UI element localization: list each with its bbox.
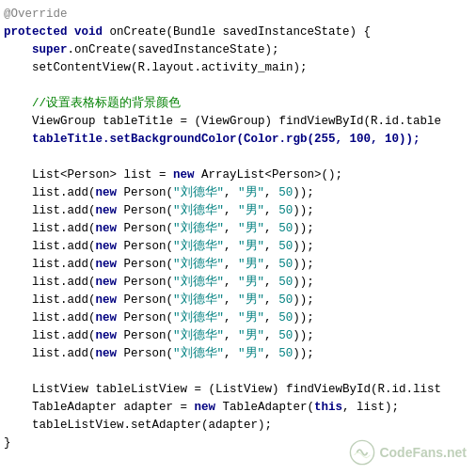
- code-line: [4, 363, 472, 381]
- code-line: super.onCreate(savedInstanceState);: [4, 41, 472, 59]
- code-line: list.add(new Person("刘德华", "男", 50));: [4, 256, 472, 274]
- code-line: tableTitle.setBackgroundColor(Color.rgb(…: [4, 131, 472, 149]
- code-line: tableListView.setAdapter(adapter);: [4, 417, 472, 435]
- code-line: list.add(new Person("刘德华", "男", 50));: [4, 309, 472, 327]
- code-line: list.add(new Person("刘德华", "男", 50));: [4, 220, 472, 238]
- code-line: list.add(new Person("刘德华", "男", 50));: [4, 345, 472, 363]
- code-line: protected void onCreate(Bundle savedInst…: [4, 24, 472, 41]
- code-line: [4, 149, 472, 166]
- code-line: list.add(new Person("刘德华", "男", 50));: [4, 274, 472, 292]
- code-line: setContentView(R.layout.activity_main);: [4, 59, 472, 77]
- code-line: ListView tableListView = (ListView) find…: [4, 381, 472, 399]
- watermark: CodeFans.net: [349, 439, 467, 466]
- code-line: list.add(new Person("刘德华", "男", 50));: [4, 184, 472, 202]
- watermark-text: CodeFans.net: [379, 443, 467, 463]
- code-line: list.add(new Person("刘德华", "男", 50));: [4, 202, 472, 220]
- code-line: [4, 77, 472, 95]
- code-line: ViewGroup tableTitle = (ViewGroup) findV…: [4, 113, 472, 131]
- code-line: List<Person> list = new ArrayList<Person…: [4, 166, 472, 184]
- code-line: list.add(new Person("刘德华", "男", 50));: [4, 292, 472, 309]
- code-line: list.add(new Person("刘德华", "男", 50));: [4, 327, 472, 345]
- code-line: list.add(new Person("刘德华", "男", 50));: [4, 238, 472, 256]
- code-line: TableAdapter adapter = new TableAdapter(…: [4, 399, 472, 417]
- code-block: @Overrideprotected void onCreate(Bundle …: [4, 6, 472, 452]
- code-viewer: @Overrideprotected void onCreate(Bundle …: [0, 0, 476, 475]
- code-line: //设置表格标题的背景颜色: [4, 95, 472, 113]
- code-line: @Override: [4, 6, 472, 24]
- watermark-logo-icon: [349, 439, 375, 466]
